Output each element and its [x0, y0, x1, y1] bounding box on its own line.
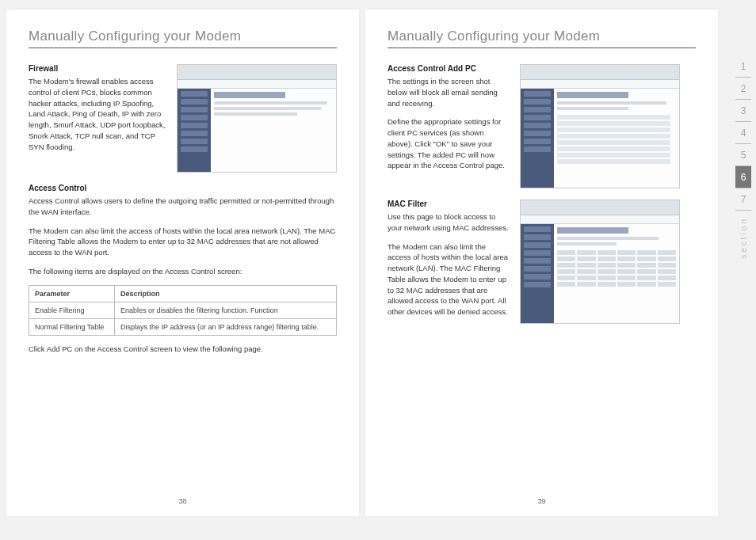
table-header-row: Parameter Description	[29, 285, 337, 302]
desc-cell: Displays the IP address (or an IP addres…	[115, 318, 337, 335]
desc-cell: Enables or disables the filtering functi…	[115, 302, 337, 318]
access-control-head: Access Control	[29, 184, 337, 192]
nav-slot-4[interactable]: 4	[735, 122, 751, 144]
nav-slot-5[interactable]: 5	[735, 144, 751, 166]
title-rule	[388, 48, 696, 48]
macfilter-p1: Use this page to block access to your ne…	[388, 211, 510, 234]
table-row: Enable Filtering Enables or disables the…	[29, 302, 337, 318]
firewall-screenshot	[177, 64, 337, 173]
macfilter-p2: The Modem can also limit the access of h…	[388, 241, 510, 318]
access-control-p2: The Modem can also limit the access of h…	[29, 226, 337, 258]
access-control-p3: The following items are displayed on the…	[29, 266, 337, 277]
access-control-p1: Access Control allows users to define th…	[29, 196, 337, 218]
page-title: Manually Configuring your Modem	[29, 29, 337, 44]
nav-slot-1[interactable]: 1	[735, 55, 751, 78]
title-rule	[29, 48, 337, 48]
nav-slot-3[interactable]: 3	[735, 100, 751, 122]
nav-label: section	[739, 217, 748, 259]
firewall-body: The Modem's firewall enables access cont…	[29, 76, 167, 152]
description-header: Description	[115, 285, 337, 302]
macfilter-head: MAC Filter	[388, 200, 510, 208]
param-cell: Enable Filtering	[29, 302, 115, 318]
addpc-p2: Define the appropriate settings for clie…	[388, 116, 510, 171]
nav-slot-7[interactable]: 7	[735, 188, 751, 211]
nav-slot-2[interactable]: 2	[735, 78, 751, 100]
page-title: Manually Configuring your Modem	[388, 29, 696, 44]
page-number: 39	[365, 497, 718, 505]
page-spread: Manually Configuring your Modem Firewall…	[0, 0, 756, 540]
firewall-block: Firewall The Modem's firewall enables ac…	[29, 64, 337, 173]
firewall-head: Firewall	[29, 64, 167, 73]
addpc-screenshot	[520, 64, 680, 188]
section-nav: 1 2 3 4 5 6 7 section	[735, 55, 751, 259]
param-table: Parameter Description Enable Filtering E…	[29, 285, 337, 336]
access-control-after: Click Add PC on the Access Control scree…	[29, 344, 337, 355]
macfilter-screenshot	[520, 200, 680, 324]
table-row: Normal Filtering Table Displays the IP a…	[29, 318, 337, 335]
param-header: Parameter	[29, 285, 115, 302]
addpc-block: Access Control Add PC The settings in th…	[388, 64, 696, 188]
page-right: Manually Configuring your Modem Access C…	[365, 10, 718, 516]
param-cell: Normal Filtering Table	[29, 318, 115, 335]
macfilter-block: MAC Filter Use this page to block access…	[388, 200, 696, 325]
addpc-head: Access Control Add PC	[388, 64, 510, 73]
nav-slot-6[interactable]: 6	[735, 166, 751, 188]
addpc-p1: The settings in the screen shot below wi…	[388, 76, 510, 108]
page-number: 38	[6, 497, 359, 505]
page-left: Manually Configuring your Modem Firewall…	[6, 10, 359, 516]
